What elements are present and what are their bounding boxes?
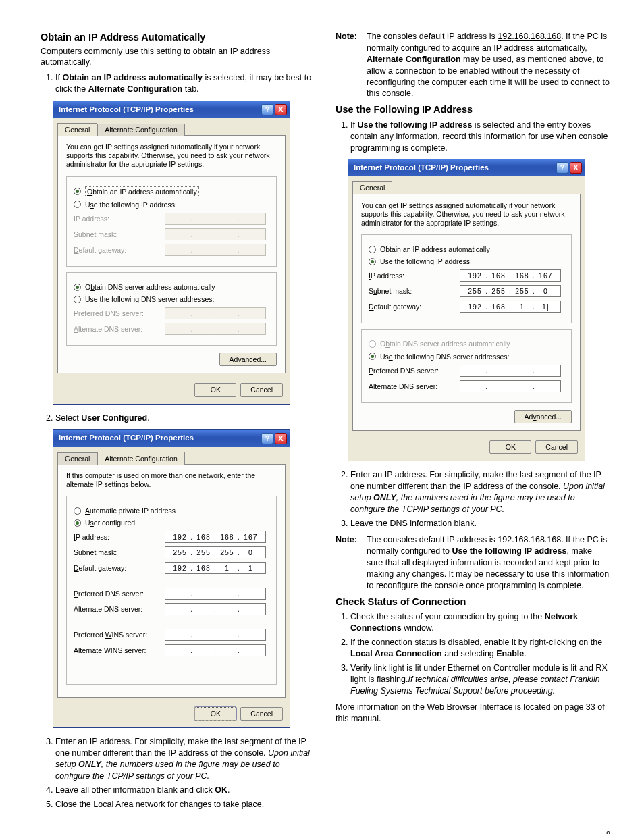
dialog-titlebar: Internet Protocol (TCP/IP) Properties ? … [348,159,585,176]
tcpip-dialog-obtain-auto: Internet Protocol (TCP/IP) Properties ? … [53,101,290,405]
close-button[interactable]: X [570,162,582,174]
radio-obtain-ip-label: Obtain an IP address automatically [85,186,199,197]
gateway-input: ... [165,244,266,256]
dialog-desc: You can get IP settings assigned automat… [66,142,277,169]
ip-input: ... [165,213,266,225]
left-step-2: Select User Configured. [55,413,315,424]
radio-use-ip[interactable] [369,258,376,265]
tab-alternate[interactable]: Alternate Configuration [97,452,184,465]
ip-input[interactable]: 192.168.168.167 [165,531,266,543]
alt-dns-input: ... [165,323,266,335]
check-step-2: If the connection status is disabled, en… [350,637,610,660]
alt-dns-input[interactable]: ... [460,380,561,392]
heading-check-status: Check Status of Connection [336,596,610,609]
alt-dns-input[interactable]: ... [165,603,266,615]
dialog-title: Internet Protocol (TCP/IP) Properties [354,163,555,174]
left-step-1: If Obtain an IP address automatically is… [55,72,315,95]
left-step-3: Enter an IP address. For simplicity, mak… [55,736,315,782]
check-step-3: Verify link light is lit under Ethernet … [350,662,610,697]
help-button[interactable]: ? [261,104,273,115]
left-step-5: Close the Local Area network for changes… [55,799,315,810]
page-number: 9 [41,829,610,834]
note-top: Note: The consoles default IP address is… [336,31,610,99]
dialog-desc: You can get IP settings assigned automat… [361,201,572,228]
radio-obtain-ip-label: Obtain an IP address automatically [380,244,490,254]
tcpip-dialog-alt-config: Internet Protocol (TCP/IP) Properties ? … [53,429,290,729]
label-ip: IP address: [74,532,165,542]
tab-general[interactable]: General [57,123,97,136]
radio-obtain-dns [369,340,376,348]
label-pref-dns: Preferred DNS server: [74,589,165,598]
radio-obtain-ip[interactable] [74,188,81,195]
radio-obtain-dns[interactable] [74,284,81,291]
cancel-button[interactable]: Cancel [535,440,578,454]
label-ip: IP address: [369,271,460,280]
radio-use-dns-label: Use the following DNS server addresses: [85,294,214,304]
dialog-title: Internet Protocol (TCP/IP) Properties [59,433,260,444]
radio-use-ip-label: Use the following IP address: [85,200,177,209]
subnet-input: ... [165,228,266,240]
dialog-title: Internet Protocol (TCP/IP) Properties [59,105,260,115]
radio-use-dns[interactable] [369,353,376,360]
close-button[interactable]: X [275,104,287,115]
dialog-desc: If this computer is used on more than on… [66,471,277,489]
note-bottom: Note: The consoles default IP address is… [336,534,610,591]
radio-use-ip-label: Use the following IP address: [380,257,472,266]
pref-wins-input[interactable]: ... [165,629,266,641]
radio-use-dns-label: Use the following DNS server addresses: [380,352,509,361]
subnet-input[interactable]: 255.255.255.0 [165,546,266,558]
alt-wins-input[interactable]: ... [165,644,266,656]
label-alt-dns: Alternate DNS server: [369,382,460,391]
tab-general[interactable]: General [57,452,97,465]
tab-alternate[interactable]: Alternate Configuration [97,124,184,136]
tab-general[interactable]: General [352,181,392,194]
intro-text: Computers commonly use this setting to o… [41,46,315,69]
close-button[interactable]: X [275,433,287,444]
ok-button[interactable]: OK [194,707,236,721]
help-button[interactable]: ? [261,433,273,444]
subnet-input[interactable]: 255.255.255.0 [460,285,561,297]
cancel-button[interactable]: Cancel [240,383,283,396]
cancel-button[interactable]: Cancel [240,707,283,721]
label-ip: IP address: [74,214,165,224]
label-pref-wins: Preferred WINS server: [74,630,165,640]
label-alt-dns: Alternate DNS server: [74,324,165,334]
radio-obtain-dns-label: Obtain DNS server address automatically [85,282,215,292]
radio-use-dns[interactable] [74,296,81,303]
pref-dns-input[interactable]: ... [460,365,561,377]
ok-button[interactable]: OK [194,383,236,396]
ip-input[interactable]: 192.168.168.167 [460,269,561,282]
right-step-3: Leave the DNS information blank. [350,518,610,529]
right-step-2: Enter an IP address. For simplicity, mak… [350,469,610,515]
right-step-1: If Use the following IP address is selec… [350,120,610,154]
dialog-titlebar: Internet Protocol (TCP/IP) Properties ? … [53,101,290,118]
gateway-input[interactable]: 192.168.1.1 [165,562,266,574]
pref-dns-input[interactable]: ... [165,588,266,600]
heading-obtain-ip: Obtain an IP Address Automatically [41,31,315,45]
advanced-button[interactable]: Advanced... [219,353,277,366]
ok-button[interactable]: OK [489,440,531,454]
advanced-button[interactable]: Advanced... [514,410,572,423]
left-step-4: Leave all other information blank and cl… [55,785,315,796]
label-gateway: Default gateway: [74,563,165,573]
radio-use-ip[interactable] [74,201,81,208]
radio-user-configured-label: User configured [85,518,135,527]
dialog-titlebar: Internet Protocol (TCP/IP) Properties ? … [53,430,290,447]
radio-user-configured[interactable] [74,519,81,527]
label-pref-dns: Preferred DNS server: [74,309,165,318]
check-step-1: Check the status of your connection by g… [350,611,610,634]
label-subnet: Subnet mask: [74,230,165,239]
radio-auto-private[interactable] [74,507,81,515]
label-alt-dns: Alternate DNS server: [74,604,165,614]
gateway-input[interactable]: 192.168.1.1| [460,301,561,313]
label-pref-dns: Preferred DNS server: [369,366,460,375]
label-gateway: Default gateway: [74,245,165,255]
pref-dns-input: ... [165,307,266,319]
label-alt-wins: Alternate WINS server: [74,646,165,655]
label-subnet: Subnet mask: [74,548,165,557]
help-button[interactable]: ? [556,162,568,174]
radio-auto-private-label: Automatic private IP address [85,506,176,515]
radio-obtain-ip[interactable] [369,246,376,253]
tcpip-dialog-use-following: Internet Protocol (TCP/IP) Properties ? … [348,159,585,461]
more-info-text: More information on the Web Browser Inte… [336,702,610,725]
